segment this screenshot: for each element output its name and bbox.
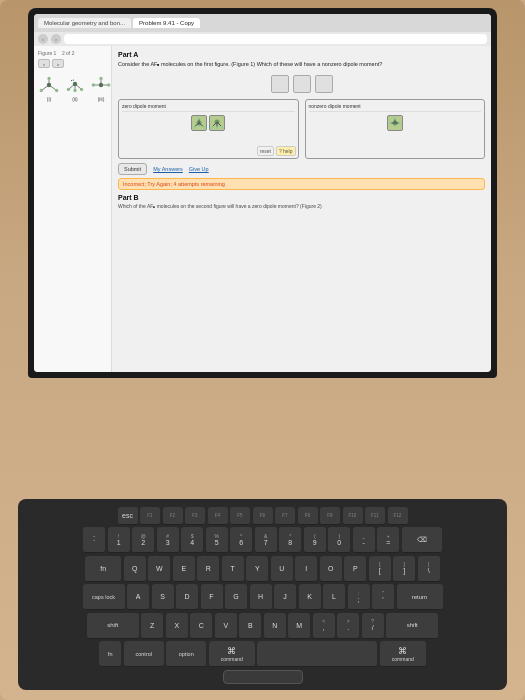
svg-point-34 <box>211 125 214 128</box>
key-slash[interactable]: ?/ <box>362 613 384 639</box>
key-command-right[interactable]: ⌘ command <box>380 641 426 667</box>
key-comma[interactable]: <, <box>313 613 335 639</box>
key-t[interactable]: T <box>222 556 244 582</box>
key-1[interactable]: !1 <box>108 527 130 553</box>
key-n[interactable]: N <box>264 613 286 639</box>
key-m[interactable]: M <box>288 613 310 639</box>
nonzero-item-i[interactable] <box>387 115 403 131</box>
key-h[interactable]: H <box>250 584 272 610</box>
my-answers-link[interactable]: My Answers <box>153 166 183 172</box>
key-7[interactable]: &7 <box>255 527 277 553</box>
submit-button[interactable]: Submit <box>118 163 147 175</box>
key-period[interactable]: >. <box>337 613 359 639</box>
key-o[interactable]: O <box>320 556 342 582</box>
part-b-question: Which of the AF₃ molecules on the second… <box>118 203 485 209</box>
key-l[interactable]: L <box>323 584 345 610</box>
key-control[interactable]: control <box>124 641 164 667</box>
key-space[interactable] <box>257 641 377 667</box>
key-0[interactable]: )0 <box>328 527 350 553</box>
key-4[interactable]: $4 <box>181 527 203 553</box>
trackpad[interactable] <box>223 670 303 684</box>
help-button[interactable]: ? help <box>276 146 296 156</box>
key-f3[interactable]: F3 <box>185 507 205 525</box>
key-tab[interactable]: fn <box>85 556 121 582</box>
key-f10[interactable]: F10 <box>343 507 363 525</box>
key-9[interactable]: (9 <box>304 527 326 553</box>
key-f2[interactable]: F2 <box>163 507 183 525</box>
key-g[interactable]: G <box>225 584 247 610</box>
zero-dipole-zone[interactable]: zero dipole moment <box>118 99 299 159</box>
zero-item-ii[interactable] <box>209 115 225 131</box>
key-f[interactable]: F <box>201 584 223 610</box>
key-lbracket[interactable]: {[ <box>369 556 391 582</box>
key-command-left[interactable]: ⌘ command <box>209 641 255 667</box>
bottom-row: fn control option ⌘ command ⌘ command <box>24 641 501 667</box>
key-f5[interactable]: F5 <box>230 507 250 525</box>
key-quote[interactable]: "' <box>372 584 394 610</box>
key-fn[interactable]: fn <box>99 641 121 667</box>
tab-problem-copy[interactable]: Problem 9.41 - Copy <box>133 18 200 28</box>
reset-button[interactable]: reset <box>257 146 274 156</box>
key-f8[interactable]: F8 <box>298 507 318 525</box>
key-rbracket[interactable]: }] <box>393 556 415 582</box>
zero-item-i-mol <box>192 117 206 129</box>
key-5[interactable]: %5 <box>206 527 228 553</box>
key-d[interactable]: D <box>176 584 198 610</box>
key-shift-right[interactable]: shift <box>386 613 438 639</box>
feedback-bar: Incorrect; Try Again; 4 attempts remaini… <box>118 178 485 190</box>
tab-molecular-geometry[interactable]: Molecular geometry and bon... <box>38 18 131 28</box>
key-u[interactable]: U <box>271 556 293 582</box>
key-option[interactable]: option <box>166 641 206 667</box>
key-backtick[interactable]: ~` <box>83 527 105 553</box>
key-f9[interactable]: F9 <box>320 507 340 525</box>
key-f12[interactable]: F12 <box>388 507 408 525</box>
key-6[interactable]: ^6 <box>230 527 252 553</box>
key-p[interactable]: P <box>344 556 366 582</box>
key-equals[interactable]: += <box>377 527 399 553</box>
prev-figure-button[interactable]: ‹ <box>38 59 50 68</box>
key-esc[interactable]: esc <box>118 507 138 525</box>
key-f1[interactable]: F1 <box>140 507 160 525</box>
key-f4[interactable]: F4 <box>208 507 228 525</box>
zero-item-i[interactable] <box>191 115 207 131</box>
key-3[interactable]: #3 <box>157 527 179 553</box>
key-f7[interactable]: F7 <box>275 507 295 525</box>
forward-button[interactable]: › <box>51 34 61 44</box>
svg-point-41 <box>388 121 391 124</box>
molecule-i: (i) <box>38 76 60 102</box>
key-f6[interactable]: F6 <box>253 507 273 525</box>
key-2[interactable]: @2 <box>132 527 154 553</box>
key-capslock[interactable]: caps lock <box>83 584 125 610</box>
give-up-link[interactable]: Give Up <box>189 166 209 172</box>
figure-nav: ‹ › <box>38 59 107 68</box>
key-backslash[interactable]: |\ <box>418 556 440 582</box>
key-b[interactable]: B <box>239 613 261 639</box>
key-backspace[interactable]: ⌫ <box>402 527 442 553</box>
key-c[interactable]: C <box>190 613 212 639</box>
key-e[interactable]: E <box>173 556 195 582</box>
back-button[interactable]: ‹ <box>38 34 48 44</box>
part-b-header: Part B <box>118 194 485 201</box>
key-minus[interactable]: _- <box>353 527 375 553</box>
key-semicolon[interactable]: :; <box>348 584 370 610</box>
key-y[interactable]: Y <box>246 556 268 582</box>
svg-point-11 <box>67 88 70 91</box>
key-x[interactable]: X <box>166 613 188 639</box>
key-r[interactable]: R <box>197 556 219 582</box>
key-8[interactable]: *8 <box>279 527 301 553</box>
key-a[interactable]: A <box>127 584 149 610</box>
key-shift-left[interactable]: shift <box>87 613 139 639</box>
key-j[interactable]: J <box>274 584 296 610</box>
url-bar[interactable] <box>64 34 487 44</box>
key-enter[interactable]: return <box>397 584 443 610</box>
key-k[interactable]: K <box>299 584 321 610</box>
nonzero-dipole-zone[interactable]: nonzero dipole moment <box>305 99 486 159</box>
key-w[interactable]: W <box>148 556 170 582</box>
key-z[interactable]: Z <box>141 613 163 639</box>
next-figure-button[interactable]: › <box>52 59 64 68</box>
key-i[interactable]: I <box>295 556 317 582</box>
key-f11[interactable]: F11 <box>365 507 385 525</box>
key-q[interactable]: Q <box>124 556 146 582</box>
key-s[interactable]: S <box>152 584 174 610</box>
key-v[interactable]: V <box>215 613 237 639</box>
